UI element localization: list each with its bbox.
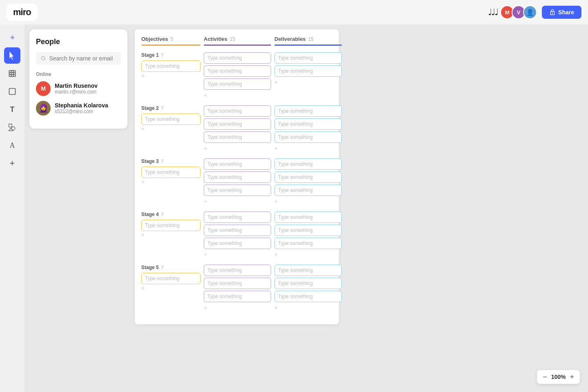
card[interactable]: Type something — [274, 172, 342, 183]
share-label: Share — [558, 9, 574, 16]
card[interactable]: Type something — [274, 212, 342, 223]
stage-3-objectives: Stage 3 7 Type something + — [141, 158, 200, 205]
card-placeholder: Type something — [207, 121, 242, 127]
add-objective-3[interactable]: + — [141, 178, 200, 185]
add-objective-1[interactable]: + — [141, 72, 200, 79]
col-title-objectives: Objectives — [141, 36, 168, 42]
card-placeholder: Type something — [207, 161, 242, 167]
tool-font[interactable]: A — [4, 137, 20, 154]
search-box[interactable] — [36, 52, 121, 65]
card[interactable]: Type something — [274, 185, 342, 196]
add-objective-2[interactable]: + — [141, 125, 200, 132]
card[interactable]: Type something — [204, 291, 271, 302]
add-deliverable-4[interactable]: + — [274, 251, 342, 258]
card[interactable]: Type something — [204, 158, 271, 170]
svg-rect-0 — [9, 71, 16, 77]
stage-4-label: Stage 4 — [141, 212, 159, 217]
topbar-right: ♩♩♩ M V 👤 Share — [488, 5, 581, 19]
tool-shapes[interactable] — [4, 119, 20, 136]
card[interactable]: Type something — [274, 278, 342, 289]
card-placeholder: Type something — [278, 294, 313, 299]
svg-line-10 — [45, 59, 45, 60]
add-deliverable-3[interactable]: + — [274, 198, 342, 205]
card[interactable]: Type something — [204, 105, 271, 117]
col-line-activities — [204, 45, 271, 46]
card-placeholder: Type something — [145, 223, 180, 228]
card[interactable]: Type something — [204, 238, 271, 249]
stage-4-deliverables: Type something Type something Type somet… — [274, 212, 342, 258]
add-activity-3[interactable]: + — [204, 198, 271, 205]
card[interactable]: Type something — [204, 118, 271, 130]
card[interactable]: Type something — [141, 60, 200, 72]
stage-4-activities: Type something Type something Type somet… — [204, 212, 271, 258]
search-input[interactable] — [49, 55, 116, 62]
stage-2-activities: Type something Type something Type somet… — [204, 105, 271, 152]
card[interactable]: Type something — [204, 185, 271, 196]
stage-1-label: Stage 1 — [141, 52, 159, 58]
add-objective-4[interactable]: + — [141, 231, 200, 238]
card[interactable]: Type something — [204, 65, 271, 77]
sticky-icon — [8, 87, 16, 96]
tool-add[interactable]: + — [4, 155, 20, 172]
add-activity-1[interactable]: + — [204, 91, 271, 99]
card-placeholder: Type something — [145, 276, 180, 281]
avatar-stephania: 🧕 — [36, 101, 51, 116]
stage-5-activities: Type something Type something Type somet… — [204, 265, 271, 311]
card[interactable]: Type something — [204, 131, 271, 143]
card-placeholder: Type something — [207, 267, 242, 273]
card[interactable]: Type something — [141, 167, 200, 178]
add-deliverable-1[interactable]: + — [274, 78, 342, 86]
stage-3-deliverables: Type something Type something Type somet… — [274, 158, 342, 205]
card[interactable]: Type something — [274, 291, 342, 302]
add-deliverable-5[interactable]: + — [274, 304, 342, 311]
card[interactable]: Type something — [274, 52, 342, 64]
card-placeholder: Type something — [278, 55, 313, 61]
card-placeholder: Type something — [278, 281, 313, 286]
zoom-out-button[interactable]: − — [543, 373, 547, 381]
card[interactable]: Type something — [204, 265, 271, 276]
card[interactable]: Type something — [204, 52, 271, 64]
col-title-activities: Activities — [204, 36, 227, 42]
card[interactable]: Type something — [274, 65, 342, 77]
add-deliverable-2[interactable]: + — [274, 145, 342, 152]
tool-text[interactable]: T — [4, 101, 20, 118]
card[interactable]: Type something — [141, 220, 200, 231]
card[interactable]: Type something — [274, 265, 342, 276]
stage-5-deliverables: Type something Type something Type somet… — [274, 265, 342, 311]
tool-select[interactable] — [4, 47, 20, 64]
add-objective-5[interactable]: + — [141, 284, 200, 292]
add-activity-2[interactable]: + — [204, 145, 271, 152]
tool-table[interactable] — [4, 65, 20, 82]
share-button[interactable]: Share — [542, 6, 581, 19]
card-placeholder: Type something — [145, 169, 180, 175]
card-placeholder: Type something — [278, 214, 313, 220]
col-header-activities: Activities 15 — [204, 36, 271, 49]
card[interactable]: Type something — [141, 114, 200, 125]
card[interactable]: Type something — [274, 158, 342, 170]
card[interactable]: Type something — [274, 131, 342, 143]
col-title-deliverables: Deliverables — [274, 36, 306, 42]
card[interactable]: Type something — [204, 172, 271, 183]
card[interactable]: Type something — [141, 273, 200, 284]
share-icon — [549, 9, 556, 16]
tool-sticky[interactable] — [4, 83, 20, 100]
card[interactable]: Type something — [274, 105, 342, 117]
card-placeholder: Type something — [278, 108, 313, 114]
col-header-deliverables: Deliverables 15 — [274, 36, 342, 49]
card[interactable]: Type something — [274, 118, 342, 130]
add-activity-4[interactable]: + — [204, 251, 271, 258]
stage-2-objectives: Stage 2 7 Type something + — [141, 105, 200, 152]
col-header-objectives: Objectives 5 — [141, 36, 200, 49]
card[interactable]: Type something — [204, 278, 271, 289]
zoom-in-button[interactable]: + — [570, 373, 574, 381]
tool-assistant[interactable]: ✦ — [4, 29, 20, 46]
card[interactable]: Type something — [204, 212, 271, 223]
card[interactable]: Type something — [204, 78, 271, 90]
add-activity-5[interactable]: + — [204, 304, 271, 311]
people-panel-title: People — [36, 38, 121, 46]
card[interactable]: Type something — [204, 225, 271, 236]
card[interactable]: Type something — [274, 225, 342, 236]
avatar-3: 👤 — [523, 5, 537, 19]
shapes-icon — [8, 123, 16, 131]
card[interactable]: Type something — [274, 238, 342, 249]
